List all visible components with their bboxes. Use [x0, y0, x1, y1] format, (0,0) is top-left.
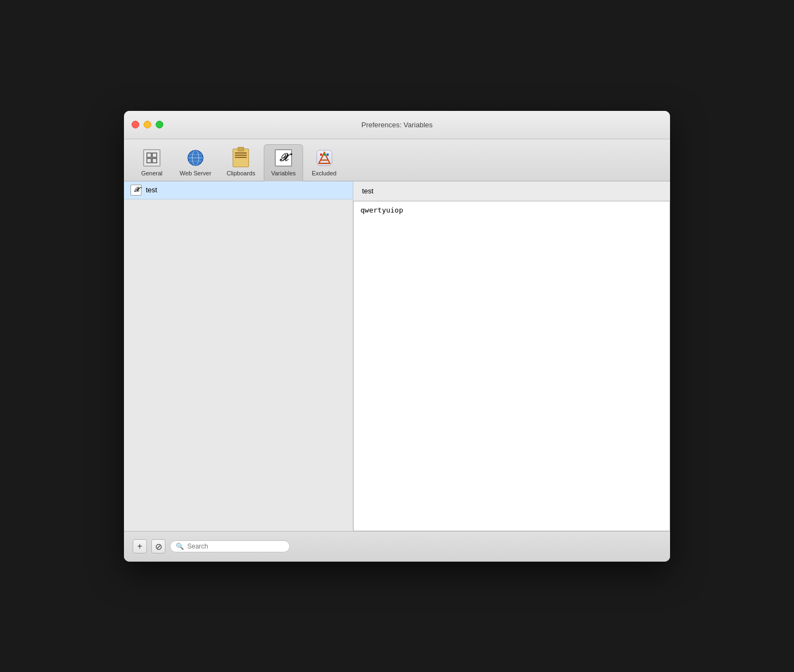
- svg-rect-3: [152, 158, 157, 163]
- remove-variable-button[interactable]: ⊘: [151, 539, 165, 553]
- excluded-label: Excluded: [312, 170, 336, 176]
- toolbar-item-web-server[interactable]: Web Server: [173, 145, 218, 181]
- clipboards-label: Clipboards: [227, 170, 256, 176]
- variable-selected-name: test: [362, 187, 374, 195]
- variable-item-name: test: [146, 186, 157, 194]
- clipboards-icon: [233, 149, 249, 167]
- search-icon: 🔍: [176, 543, 184, 550]
- webserver-icon-wrapper: [186, 148, 205, 168]
- add-variable-button[interactable]: +: [133, 539, 147, 553]
- excluded-icon: [316, 149, 333, 167]
- clipboard-line-3: [235, 157, 247, 158]
- svg-rect-14: [323, 154, 325, 156]
- toolbar: General Web Server: [124, 139, 670, 181]
- webserver-label: Web Server: [180, 170, 211, 176]
- variable-detail-panel: test qwertyuiop: [353, 181, 670, 531]
- maximize-button[interactable]: [156, 121, 163, 128]
- webserver-icon: [187, 149, 204, 167]
- variable-list-item[interactable]: 𝒳 test: [124, 181, 353, 199]
- variables-icon: 𝒳: [275, 149, 292, 167]
- search-field[interactable]: 🔍: [170, 540, 290, 552]
- traffic-lights: [132, 121, 163, 128]
- svg-rect-15: [327, 154, 329, 156]
- clipboard-line-2: [235, 155, 247, 156]
- variable-name-header: test: [353, 181, 670, 201]
- search-input[interactable]: [187, 543, 284, 550]
- minimize-button[interactable]: [144, 121, 151, 128]
- variable-item-icon: 𝒳: [131, 185, 141, 196]
- excluded-icon-wrapper: [315, 148, 334, 168]
- close-button[interactable]: [132, 121, 139, 128]
- variable-value-editor[interactable]: qwertyuiop: [353, 201, 670, 531]
- svg-rect-2: [147, 158, 151, 163]
- general-icon-wrapper: [142, 148, 162, 168]
- title-bar: Preferences: Variables: [124, 111, 670, 139]
- toolbar-item-excluded[interactable]: Excluded: [305, 145, 343, 181]
- general-icon: [143, 149, 161, 167]
- bottom-bar: + ⊘ 🔍: [124, 531, 670, 562]
- clipboard-line-1: [235, 152, 247, 154]
- add-icon: +: [137, 541, 142, 551]
- toolbar-item-clipboards[interactable]: Clipboards: [220, 145, 262, 181]
- general-icon-svg: [146, 152, 158, 164]
- preferences-window: Preferences: Variables General: [124, 111, 670, 562]
- svg-rect-13: [320, 154, 322, 156]
- window-title: Preferences: Variables: [362, 121, 433, 129]
- variables-label: Variables: [271, 170, 295, 176]
- remove-icon: ⊘: [155, 541, 162, 552]
- svg-rect-1: [152, 153, 157, 157]
- general-label: General: [141, 170, 162, 176]
- toolbar-item-variables[interactable]: 𝒳 Variables: [264, 144, 303, 181]
- main-content: 𝒳 test test qwertyuiop: [124, 181, 670, 531]
- svg-rect-0: [147, 153, 151, 157]
- clipboards-icon-wrapper: [231, 148, 251, 168]
- variables-icon-wrapper: 𝒳: [274, 148, 293, 168]
- variables-list-panel: 𝒳 test: [124, 181, 353, 531]
- toolbar-item-general[interactable]: General: [133, 145, 171, 181]
